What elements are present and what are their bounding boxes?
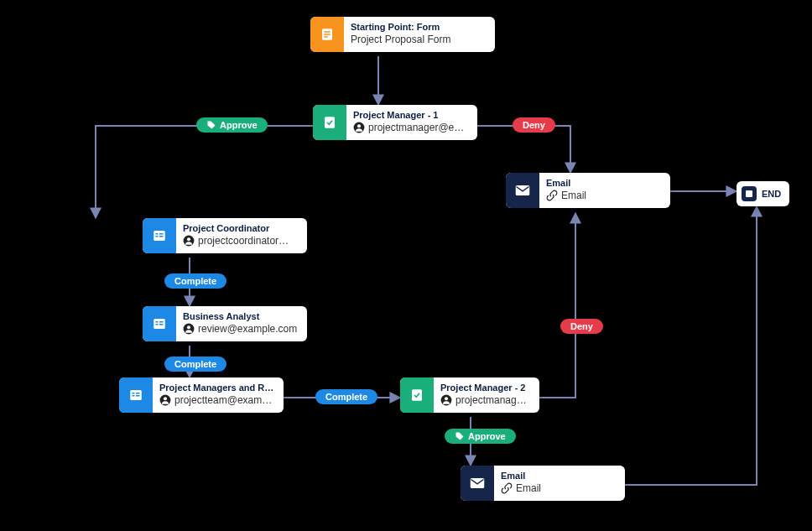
person-icon — [440, 394, 452, 406]
node-ba[interactable]: Business Analyst review@example.com — [143, 306, 307, 341]
task-icon — [143, 218, 176, 253]
svg-rect-25 — [133, 395, 135, 397]
svg-rect-1 — [324, 31, 331, 33]
svg-rect-12 — [159, 236, 164, 237]
link-icon — [546, 190, 558, 201]
svg-rect-9 — [156, 233, 159, 235]
person-icon — [353, 122, 365, 133]
mail-icon — [461, 466, 494, 501]
svg-rect-2 — [324, 34, 331, 35]
node-pm2[interactable]: Project Manager - 2 projectmanager@exa..… — [400, 377, 539, 413]
task-icon — [119, 377, 153, 413]
end-label: END — [762, 189, 781, 199]
badge-approve: Approve — [196, 117, 268, 133]
svg-rect-16 — [156, 321, 159, 323]
node-title: Email — [501, 471, 617, 481]
svg-point-6 — [357, 124, 361, 128]
approval-icon — [400, 377, 434, 413]
node-sub: Project Proposal Form — [351, 34, 450, 45]
badge-deny: Deny — [513, 117, 555, 133]
badge-complete: Complete — [164, 357, 226, 372]
svg-rect-18 — [156, 324, 159, 325]
svg-point-28 — [164, 397, 167, 400]
svg-rect-19 — [159, 324, 164, 325]
node-email2[interactable]: Email Email — [461, 466, 625, 501]
node-title: Project Manager - 2 — [440, 383, 531, 393]
form-icon — [310, 17, 344, 52]
approval-icon — [313, 105, 346, 140]
node-title: Starting Point: Form — [351, 22, 487, 32]
node-pmrev[interactable]: Project Managers and Revie... projecttea… — [119, 377, 284, 413]
node-end[interactable]: END — [737, 181, 789, 206]
badge-deny: Deny — [560, 319, 603, 334]
stop-icon — [742, 186, 757, 201]
link-icon — [501, 482, 513, 494]
mail-icon — [506, 173, 539, 208]
node-sub: Email — [561, 190, 586, 201]
person-icon — [183, 235, 195, 247]
svg-rect-4 — [325, 117, 335, 128]
svg-point-21 — [187, 325, 190, 329]
badge-complete: Complete — [315, 389, 377, 404]
connectors — [0, 0, 812, 531]
badge-approve: Approve — [445, 429, 516, 444]
node-title: Project Coordinator — [183, 223, 299, 233]
svg-rect-17 — [159, 321, 164, 323]
node-title: Business Analyst — [183, 311, 299, 321]
person-icon — [159, 394, 171, 406]
tag-icon — [455, 431, 465, 441]
svg-rect-11 — [156, 236, 159, 237]
node-title: Project Manager - 1 — [353, 110, 469, 120]
node-sub: projectmanager@exa... — [455, 394, 531, 406]
node-title: Project Managers and Revie... — [159, 383, 275, 393]
svg-rect-29 — [412, 389, 422, 401]
node-coordinator[interactable]: Project Coordinator projectcoordinator@e… — [143, 218, 307, 253]
svg-rect-10 — [159, 233, 164, 235]
node-title: Email — [546, 178, 662, 188]
svg-rect-23 — [133, 393, 135, 394]
svg-point-14 — [187, 237, 190, 241]
node-sub: projectcoordinator@e... — [198, 235, 299, 247]
task-icon — [143, 306, 176, 341]
badge-complete: Complete — [164, 273, 226, 289]
node-pm1[interactable]: Project Manager - 1 projectmanager@exa..… — [313, 105, 477, 140]
node-sub: Email — [516, 482, 541, 494]
node-sub: projectteam@exampl... — [174, 394, 275, 406]
svg-point-31 — [445, 397, 448, 400]
node-sub: review@example.com — [198, 323, 297, 335]
node-sub: projectmanager@exa... — [368, 122, 469, 133]
node-email1[interactable]: Email Email — [506, 173, 670, 208]
svg-rect-26 — [136, 395, 140, 397]
svg-rect-24 — [136, 393, 140, 394]
tag-icon — [206, 120, 216, 130]
node-start[interactable]: Starting Point: Form Project Proposal Fo… — [310, 17, 495, 52]
person-icon — [183, 323, 195, 335]
svg-rect-3 — [324, 36, 328, 38]
